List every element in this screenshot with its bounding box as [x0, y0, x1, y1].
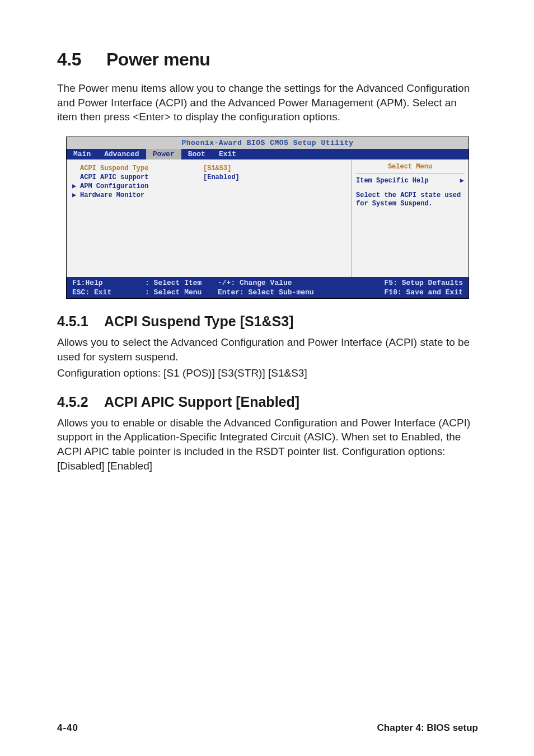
footer-key-arrows: : Select Item [145, 279, 218, 287]
subsection-heading-451: 4.5.1ACPI Suspend Type [S1&S3] [57, 313, 478, 330]
bios-body: ACPI Suspend Type [S1&S3] ACPI APIC supp… [67, 159, 469, 277]
bios-item-hw-monitor[interactable]: ▶ Hardware Monitor [72, 191, 345, 200]
bios-tab-exit[interactable]: Exit [212, 149, 243, 159]
bios-help-pane: Select Menu Item Specific Help ▶ Select … [351, 159, 469, 277]
section-intro: The Power menu items allow you to change… [57, 81, 478, 124]
chevron-right-icon: ▶ [460, 177, 464, 186]
submenu-marker-icon: ▶ [72, 191, 80, 200]
bios-help-hint: Item Specific Help ▶ Select the ACPI sta… [356, 173, 464, 209]
footer-key-f1: F1:Help [72, 279, 145, 287]
bios-tab-boot[interactable]: Boot [181, 149, 212, 159]
footer-key-enter: Enter: Select Sub-menu [218, 288, 341, 297]
subsection-number: 4.5.1 [57, 313, 104, 330]
subsection-text: Allows you to enable or disable the Adva… [57, 416, 478, 473]
bios-tab-power[interactable]: Power [146, 149, 181, 159]
submenu-marker-icon [72, 164, 80, 173]
footer-key-arrows2: : Select Menu [145, 288, 218, 297]
page-number: 4-40 [57, 722, 78, 734]
bios-tab-advanced[interactable]: Advanced [97, 149, 146, 159]
section-number: 4.5 [57, 49, 106, 70]
submenu-marker-icon [72, 173, 80, 182]
subsection-number: 4.5.2 [57, 394, 104, 410]
subsection-text: Configuration options: [S1 (POS)] [S3(ST… [57, 366, 478, 381]
bios-footer: F1:Help : Select Item -/+: Change Value … [67, 277, 469, 298]
submenu-marker-icon: ▶ [72, 182, 80, 191]
subsection-title: ACPI Suspend Type [S1&S3] [104, 313, 294, 329]
footer-key-f10: F10: Save and Exit [341, 288, 463, 297]
footer-key-f5: F5: Setup Defaults [341, 279, 463, 287]
section-heading: 4.5Power menu [57, 49, 478, 70]
bios-item-label: ACPI APIC support [80, 173, 203, 182]
page-footer: 4-40 Chapter 4: BIOS setup [57, 722, 478, 734]
bios-item-label: APM Configuration [80, 182, 203, 191]
bios-help-label: Item Specific Help [356, 177, 429, 186]
bios-item-apm-config[interactable]: ▶ APM Configuration [72, 182, 345, 191]
bios-tab-bar: Main Advanced Power Boot Exit [67, 149, 469, 159]
bios-item-acpi-suspend[interactable]: ACPI Suspend Type [S1&S3] [72, 164, 345, 173]
bios-help-title: Select Menu [356, 163, 464, 173]
bios-screenshot: Phoenix-Award BIOS CMOS Setup Utility Ma… [66, 137, 469, 299]
subsection-heading-452: 4.5.2ACPI APIC Support [Enabled] [57, 394, 478, 410]
bios-item-label: ACPI Suspend Type [80, 164, 203, 173]
chapter-label: Chapter 4: BIOS setup [377, 722, 478, 734]
bios-tab-main[interactable]: Main [67, 149, 97, 159]
bios-left-pane: ACPI Suspend Type [S1&S3] ACPI APIC supp… [67, 159, 351, 277]
footer-key-plusminus: -/+: Change Value [218, 279, 341, 287]
section-title-text: Power menu [106, 49, 210, 69]
bios-item-label: Hardware Monitor [80, 191, 203, 200]
subsection-text: Allows you to select the Advanced Config… [57, 335, 478, 364]
bios-item-value: [Enabled] [203, 173, 240, 182]
bios-help-text: Select the ACPI state used for System Su… [356, 191, 464, 209]
bios-item-acpi-apic[interactable]: ACPI APIC support [Enabled] [72, 173, 345, 182]
bios-item-value: [S1&S3] [203, 164, 231, 173]
footer-key-esc: ESC: Exit [72, 288, 145, 297]
subsection-title: ACPI APIC Support [Enabled] [104, 394, 299, 410]
bios-title: Phoenix-Award BIOS CMOS Setup Utility [67, 137, 469, 149]
